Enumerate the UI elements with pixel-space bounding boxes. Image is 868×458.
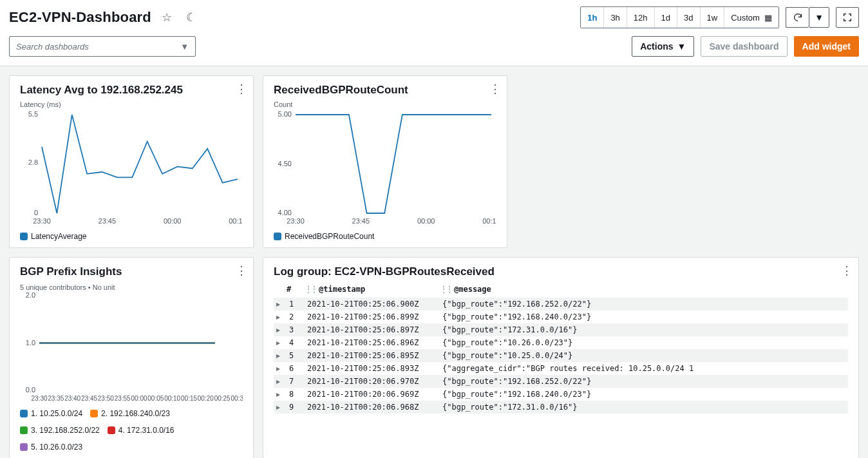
search-input[interactable]: Search dashboards ▼ bbox=[9, 36, 196, 57]
legend-item: ReceivedBGPRouteCount bbox=[274, 232, 374, 241]
expand-row-icon[interactable]: ▸ bbox=[274, 323, 287, 336]
expand-row-icon[interactable]: ▸ bbox=[274, 375, 287, 388]
widget-title: Log group: EC2-VPN-BGPRoutesReceived bbox=[274, 265, 848, 278]
row-index: 1 bbox=[287, 298, 305, 310]
chart-canvas: 0.01.02.023:3023:3523:4023:4523:5023:550… bbox=[20, 292, 243, 405]
expand-row-icon[interactable]: ▸ bbox=[274, 362, 287, 375]
range-3h[interactable]: 3h bbox=[604, 7, 627, 28]
row-timestamp: 2021-10-21T00:25:06.896Z bbox=[305, 336, 440, 349]
legend-item: 2. 192.168.240.0/23 bbox=[90, 409, 170, 418]
chart-canvas: 4.004.505.0023:3023:4500:0000:15 bbox=[274, 108, 496, 227]
search-placeholder: Search dashboards bbox=[16, 42, 89, 52]
expand-row-icon[interactable]: ▸ bbox=[274, 310, 287, 323]
svg-text:00:25: 00:25 bbox=[214, 395, 231, 402]
column-message[interactable]: ⋮⋮@message bbox=[440, 282, 848, 298]
svg-text:23:50: 23:50 bbox=[98, 395, 114, 402]
legend-item: LatencyAverage bbox=[20, 232, 87, 241]
svg-text:1.0: 1.0 bbox=[26, 339, 35, 347]
time-range-toggle[interactable]: 1h3h12h1d3d1wCustom ▦ bbox=[580, 6, 779, 28]
row-message: {"bgp_route":"192.168.252.0/22"} bbox=[440, 375, 848, 388]
row-message: {"aggregate_cidr":"BGP routes received: … bbox=[440, 362, 848, 375]
svg-text:00:05: 00:05 bbox=[147, 395, 164, 402]
widget-menu-button[interactable]: ⋮ bbox=[486, 80, 504, 98]
svg-text:23:45: 23:45 bbox=[352, 217, 370, 225]
table-row[interactable]: ▸32021-10-21T00:25:06.897Z{"bgp_route":"… bbox=[274, 323, 848, 336]
svg-text:0.0: 0.0 bbox=[26, 386, 35, 394]
table-row[interactable]: ▸22021-10-21T00:25:06.899Z{"bgp_route":"… bbox=[274, 310, 848, 323]
svg-text:00:10: 00:10 bbox=[164, 395, 180, 402]
row-index: 2 bbox=[287, 310, 305, 323]
table-row[interactable]: ▸52021-10-21T00:25:06.895Z{"bgp_route":"… bbox=[274, 349, 848, 362]
svg-text:23:30: 23:30 bbox=[31, 395, 47, 402]
svg-text:23:55: 23:55 bbox=[115, 395, 131, 402]
column-timestamp[interactable]: ⋮⋮@timestamp bbox=[305, 282, 440, 298]
refresh-icon bbox=[793, 12, 803, 23]
legend-item: 5. 10.26.0.0/23 bbox=[20, 443, 82, 452]
row-message: {"bgp_route":"10.26.0.0/23"} bbox=[440, 336, 848, 349]
add-widget-button[interactable]: Add widget bbox=[794, 36, 859, 57]
svg-text:23:30: 23:30 bbox=[287, 217, 305, 225]
expand-row-icon[interactable]: ▸ bbox=[274, 298, 287, 310]
row-timestamp: 2021-10-21T00:25:06.899Z bbox=[305, 310, 440, 323]
svg-text:2.0: 2.0 bbox=[26, 292, 35, 299]
refresh-dropdown[interactable]: ▼ bbox=[809, 7, 829, 28]
widget-bgp-prefix: ⋮ BGP Prefix Insights 5 unique contribut… bbox=[9, 257, 254, 458]
widget-subtitle: 5 unique contributors • No unit bbox=[20, 283, 115, 291]
table-row[interactable]: ▸12021-10-21T00:25:06.900Z{"bgp_route":"… bbox=[274, 298, 848, 310]
column-index[interactable]: # bbox=[287, 282, 305, 298]
range-3d[interactable]: 3d bbox=[677, 7, 700, 28]
svg-text:00:00: 00:00 bbox=[164, 217, 182, 225]
fullscreen-button[interactable] bbox=[836, 7, 859, 28]
expand-row-icon[interactable]: ▸ bbox=[274, 388, 287, 401]
expand-row-icon[interactable]: ▸ bbox=[274, 336, 287, 349]
row-timestamp: 2021-10-21T00:20:06.970Z bbox=[305, 375, 440, 388]
table-row[interactable]: ▸42021-10-21T00:25:06.896Z{"bgp_route":"… bbox=[274, 336, 848, 349]
svg-text:4.00: 4.00 bbox=[278, 209, 292, 216]
row-timestamp: 2021-10-21T00:20:06.968Z bbox=[305, 401, 440, 414]
svg-text:4.50: 4.50 bbox=[278, 160, 292, 167]
svg-text:00:15: 00:15 bbox=[482, 217, 496, 225]
actions-button[interactable]: Actions ▼ bbox=[632, 36, 694, 57]
svg-text:0: 0 bbox=[34, 209, 38, 216]
widget-menu-button[interactable]: ⋮ bbox=[232, 262, 250, 280]
range-1h[interactable]: 1h bbox=[581, 7, 604, 28]
row-index: 5 bbox=[287, 349, 305, 362]
svg-text:23:40: 23:40 bbox=[64, 395, 80, 402]
legend-item: 4. 172.31.0.0/16 bbox=[108, 426, 175, 435]
widget-menu-button[interactable]: ⋮ bbox=[232, 80, 250, 98]
widget-latency: ⋮ Latency Avg to 192.168.252.245 Latency… bbox=[9, 75, 254, 248]
table-row[interactable]: ▸62021-10-21T00:25:06.893Z{"aggregate_ci… bbox=[274, 362, 848, 375]
row-index: 6 bbox=[287, 362, 305, 375]
range-1d[interactable]: 1d bbox=[655, 7, 677, 28]
refresh-button[interactable] bbox=[786, 7, 809, 28]
widget-menu-button[interactable]: ⋮ bbox=[838, 262, 856, 280]
widget-title: BGP Prefix Insights bbox=[20, 265, 243, 278]
range-1w[interactable]: 1w bbox=[701, 7, 725, 28]
table-row[interactable]: ▸92021-10-21T00:20:06.968Z{"bgp_route":"… bbox=[274, 401, 848, 414]
chevron-down-icon: ▼ bbox=[677, 41, 686, 52]
expand-row-icon[interactable]: ▸ bbox=[274, 401, 287, 414]
expand-row-icon[interactable]: ▸ bbox=[274, 349, 287, 362]
table-row[interactable]: ▸72021-10-21T00:20:06.970Z{"bgp_route":"… bbox=[274, 375, 848, 388]
range-custom[interactable]: Custom ▦ bbox=[724, 7, 778, 28]
y-axis-label: Count bbox=[274, 100, 496, 108]
dark-mode-icon[interactable]: ☾ bbox=[182, 8, 200, 26]
svg-text:23:30: 23:30 bbox=[33, 217, 51, 225]
calendar-icon: ▦ bbox=[764, 13, 772, 23]
svg-text:00:00: 00:00 bbox=[417, 217, 435, 225]
row-timestamp: 2021-10-21T00:25:06.893Z bbox=[305, 362, 440, 375]
table-row[interactable]: ▸82021-10-21T00:20:06.969Z{"bgp_route":"… bbox=[274, 388, 848, 401]
favorite-icon[interactable]: ☆ bbox=[158, 8, 176, 26]
row-message: {"bgp_route":"10.25.0.0/24"} bbox=[440, 349, 848, 362]
chevron-down-icon: ▼ bbox=[180, 42, 189, 52]
row-message: {"bgp_route":"172.31.0.0/16"} bbox=[440, 323, 848, 336]
row-message: {"bgp_route":"192.168.252.0/22"} bbox=[440, 298, 848, 310]
save-button[interactable]: Save dashboard bbox=[701, 36, 787, 57]
svg-text:23:35: 23:35 bbox=[48, 395, 64, 402]
widget-title: ReceivedBGPRouteCount bbox=[274, 84, 496, 97]
actions-label: Actions bbox=[640, 41, 673, 52]
row-index: 7 bbox=[287, 375, 305, 388]
y-axis-label: Latency (ms) bbox=[20, 100, 243, 108]
range-12h[interactable]: 12h bbox=[627, 7, 655, 28]
row-timestamp: 2021-10-21T00:25:06.900Z bbox=[305, 298, 440, 310]
